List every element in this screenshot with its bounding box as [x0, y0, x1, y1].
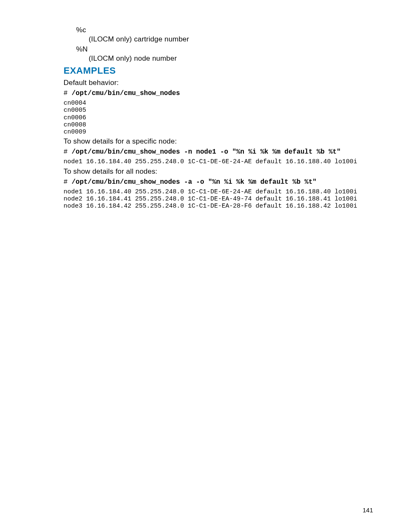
command-text: /opt/cmu/bin/cmu_show_nodes -n node1 -o …	[72, 148, 340, 156]
prompt-hash: #	[64, 90, 72, 97]
prompt-hash: #	[64, 148, 72, 156]
command-line: # /opt/cmu/bin/cmu_show_nodes	[64, 90, 374, 97]
command-line: # /opt/cmu/bin/cmu_show_nodes -a -o "%n …	[64, 178, 374, 186]
definition-desc: (ILOCM only) node number	[89, 54, 374, 63]
definition-list: %c (ILOCM only) cartridge number %N (ILO…	[64, 26, 374, 63]
command-text: /opt/cmu/bin/cmu_show_nodes -a -o "%n %i…	[72, 178, 317, 186]
page-number: 141	[363, 506, 373, 514]
section-heading-examples: EXAMPLES	[64, 65, 374, 76]
command-output: node1 16.16.184.40 255.255.248.0 1C-C1-D…	[64, 158, 374, 165]
example-intro: To show details for a specific node:	[64, 137, 374, 146]
command-output: cn0004 cn0005 cn0006 cn0008 cn0009	[64, 100, 374, 136]
command-text: /opt/cmu/bin/cmu_show_nodes	[72, 90, 180, 97]
command-output: node1 16.16.184.40 255.255.248.0 1C-C1-D…	[64, 188, 374, 210]
definition-desc: (ILOCM only) cartridge number	[89, 35, 374, 44]
page-content: %c (ILOCM only) cartridge number %N (ILO…	[0, 0, 399, 210]
definition-term: %c	[76, 26, 374, 34]
definition-term: %N	[76, 45, 374, 54]
command-line: # /opt/cmu/bin/cmu_show_nodes -n node1 -…	[64, 148, 374, 156]
prompt-hash: #	[64, 178, 72, 186]
example-intro: Default behavior:	[64, 79, 374, 87]
example-intro: To show details for all nodes:	[64, 167, 374, 176]
